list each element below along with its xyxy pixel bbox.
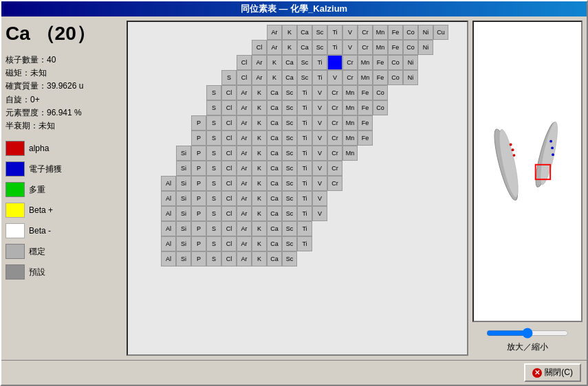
table-row[interactable]: Sc: [282, 161, 297, 176]
table-row[interactable]: Ca: [267, 161, 282, 176]
table-row[interactable]: Fe: [388, 40, 403, 55]
table-row[interactable]: Ca: [297, 40, 312, 55]
table-row[interactable]: S: [206, 130, 221, 146]
table-row[interactable]: S: [206, 115, 221, 130]
table-row[interactable]: Ca: [297, 25, 312, 40]
table-row[interactable]: Si: [176, 206, 191, 221]
table-row[interactable]: Ni: [403, 55, 418, 70]
table-row[interactable]: K: [252, 146, 267, 161]
table-row[interactable]: K: [267, 55, 282, 70]
table-row[interactable]: Cl: [252, 40, 267, 55]
table-row[interactable]: P: [191, 221, 206, 236]
table-row[interactable]: Mn: [342, 146, 358, 161]
table-row[interactable]: K: [252, 130, 267, 146]
table-row[interactable]: K: [252, 85, 267, 100]
table-row[interactable]: Sc: [282, 251, 297, 266]
table-row[interactable]: Cr: [327, 100, 342, 115]
table-row[interactable]: Sc: [282, 146, 297, 161]
table-row[interactable]: Cl: [221, 176, 237, 191]
table-row[interactable]: Ti: [297, 130, 312, 146]
table-row[interactable]: K: [252, 236, 267, 251]
table-row[interactable]: Fe: [358, 85, 373, 100]
table-row[interactable]: Si: [176, 146, 191, 161]
table-row[interactable]: Al: [161, 251, 176, 266]
table-row[interactable]: Ni: [403, 70, 418, 85]
table-row[interactable]: Co: [403, 40, 418, 55]
table-row[interactable]: Sc: [297, 70, 312, 85]
table-row[interactable]: Sc: [312, 40, 327, 55]
table-row[interactable]: Si: [176, 236, 191, 251]
table-row[interactable]: Ar: [237, 115, 252, 130]
table-row[interactable]: Sc: [282, 100, 297, 115]
zoom-slider-container[interactable]: [475, 328, 580, 339]
table-row[interactable]: Co: [388, 55, 403, 70]
table-row[interactable]: Fe: [388, 25, 403, 40]
table-row[interactable]: V: [312, 100, 327, 115]
table-row[interactable]: Ar: [237, 176, 252, 191]
table-row[interactable]: S: [206, 100, 221, 115]
table-row[interactable]: Ti: [312, 55, 327, 70]
table-row[interactable]: V: [312, 146, 327, 161]
table-row[interactable]: S: [206, 206, 221, 221]
close-button[interactable]: ✕ 關閉(C): [524, 363, 581, 382]
table-row[interactable]: Mn: [342, 100, 358, 115]
table-row[interactable]: Cl: [221, 221, 237, 236]
table-row[interactable]: Ca: [267, 191, 282, 206]
table-row[interactable]: Ar: [237, 161, 252, 176]
table-row[interactable]: P: [191, 191, 206, 206]
table-row[interactable]: Mn: [373, 40, 388, 55]
table-row[interactable]: Si: [176, 191, 191, 206]
table-row[interactable]: Sc: [282, 191, 297, 206]
table-row[interactable]: Cl: [237, 55, 252, 70]
table-row[interactable]: S: [206, 176, 221, 191]
table-row[interactable]: Ar: [237, 130, 252, 146]
table-row[interactable]: Cu: [433, 25, 448, 40]
table-row[interactable]: Si: [176, 161, 191, 176]
table-row[interactable]: Ni: [418, 25, 433, 40]
table-row[interactable]: S: [206, 146, 221, 161]
table-row[interactable]: K: [252, 251, 267, 266]
table-row[interactable]: Cl: [221, 115, 237, 130]
table-row[interactable]: Ca: [267, 115, 282, 130]
table-row[interactable]: Fe: [358, 130, 373, 146]
table-row[interactable]: Sc: [282, 236, 297, 251]
table-row[interactable]: Mn: [373, 25, 388, 40]
table-row[interactable]: Al: [161, 236, 176, 251]
table-row[interactable]: P: [191, 161, 206, 176]
table-row[interactable]: Co: [373, 100, 388, 115]
table-row[interactable]: V: [312, 130, 327, 146]
table-row[interactable]: Cl: [221, 85, 237, 100]
table-row[interactable]: [327, 55, 342, 70]
table-row[interactable]: Ca: [267, 100, 282, 115]
table-row[interactable]: Cr: [327, 115, 342, 130]
table-row[interactable]: Ar: [237, 191, 252, 206]
table-row[interactable]: Al: [161, 191, 176, 206]
table-row[interactable]: P: [191, 251, 206, 266]
table-row[interactable]: Cr: [358, 25, 373, 40]
table-row[interactable]: Sc: [282, 85, 297, 100]
table-row[interactable]: V: [312, 115, 327, 130]
table-row[interactable]: P: [191, 176, 206, 191]
table-row[interactable]: Ti: [297, 176, 312, 191]
table-row[interactable]: Ca: [267, 130, 282, 146]
table-row[interactable]: Mn: [358, 55, 373, 70]
table-row[interactable]: Cr: [327, 176, 342, 191]
table-row[interactable]: Ni: [418, 40, 433, 55]
table-row[interactable]: K: [252, 221, 267, 236]
isotope-grid-panel[interactable]: ArKCaScTiVCrMnFeCoNiCuClArKCaScTiVCrMnFe…: [127, 21, 468, 356]
table-row[interactable]: Cr: [327, 161, 342, 176]
table-row[interactable]: S: [206, 221, 221, 236]
table-row[interactable]: K: [252, 176, 267, 191]
table-row[interactable]: Ti: [297, 146, 312, 161]
table-row[interactable]: P: [191, 115, 206, 130]
table-row[interactable]: Co: [403, 25, 418, 40]
table-row[interactable]: Cl: [221, 206, 237, 221]
table-row[interactable]: Cr: [342, 55, 358, 70]
table-row[interactable]: Co: [373, 85, 388, 100]
table-row[interactable]: Fe: [358, 100, 373, 115]
table-row[interactable]: Sc: [297, 55, 312, 70]
table-row[interactable]: Cr: [342, 70, 358, 85]
table-row[interactable]: Ca: [267, 236, 282, 251]
table-row[interactable]: Ca: [267, 176, 282, 191]
zoom-slider[interactable]: [486, 328, 569, 339]
